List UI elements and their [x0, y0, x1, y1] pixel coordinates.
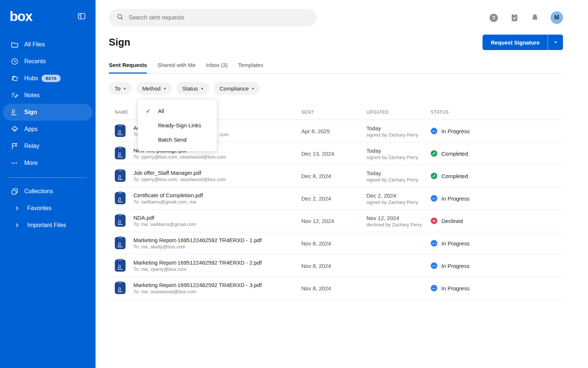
sidebar-item-label: Sign — [24, 109, 37, 116]
updated-detail: signed by Zachary Perry — [366, 155, 431, 160]
request-signature-button[interactable]: Request Signature — [483, 35, 548, 50]
request-signature-dropdown-button[interactable] — [548, 35, 563, 50]
sidebar-item-important-files[interactable]: Important Files — [3, 217, 93, 234]
table-row[interactable]: li Marketing Report-1695122462592 TR4ERX… — [109, 255, 563, 277]
tab-templates[interactable]: Templates — [238, 62, 263, 73]
tab-inbox[interactable]: Inbox (3) — [206, 62, 227, 73]
filter-label: Compliance — [220, 85, 249, 92]
svg-text:li: li — [118, 264, 121, 269]
table-row[interactable]: li NDA.pdf To: me, swilliams@gmail.com N… — [109, 210, 563, 232]
sidebar-item-all-files[interactable]: All Files — [3, 36, 93, 53]
svg-text:li: li — [118, 152, 121, 157]
avatar[interactable]: M — [551, 11, 563, 24]
status-icon — [431, 217, 437, 224]
table-row[interactable]: li Marketing Report-1695122462592 TR4ERX… — [109, 277, 563, 300]
collapse-sidebar-icon[interactable] — [77, 12, 86, 21]
sidebar-item-label: Notes — [24, 92, 40, 99]
svg-text:li: li — [118, 241, 121, 247]
status-icon — [431, 285, 437, 291]
filter-method[interactable]: Method ▾ — [136, 82, 172, 95]
sidebar-item-relay[interactable]: Relay — [3, 138, 93, 155]
recipients: To: zperry@box.com, oeastwood@box.com — [133, 154, 226, 160]
sidebar-item-label: More — [24, 160, 37, 166]
column-header-status: STATUS — [431, 110, 563, 115]
status-badge: Declined — [441, 218, 463, 224]
sidebar-divider — [9, 177, 87, 178]
filter-bar: To ▾ Method ▾ Status ▾ Compliance ▾ — [109, 82, 563, 95]
sidebar-item-label: Apps — [24, 126, 37, 132]
table-row[interactable]: li Job offer_Staff Manager.pdf To: zperr… — [109, 165, 563, 187]
file-name: NDA.pdf — [133, 214, 196, 222]
sidebar-item-sign[interactable]: li Sign — [3, 104, 93, 121]
sidebar-item-collections[interactable]: Collections — [3, 183, 93, 200]
search-input[interactable] — [129, 14, 309, 21]
sidebar-item-more[interactable]: More — [3, 155, 93, 171]
sidebar-nav: All Files Recents Hubs BETA — [0, 36, 96, 234]
sidebar-item-label: All Files — [24, 41, 45, 48]
tasks-clipboard-icon[interactable] — [510, 13, 519, 22]
file-name: Marketing Report-1695122462592 TR4ERXD -… — [133, 259, 262, 267]
sent-date: Dec 8, 2024 — [301, 173, 366, 179]
sidebar-item-recents[interactable]: Recents — [3, 53, 93, 70]
clock-icon — [10, 57, 19, 66]
chevron-down-icon: ▾ — [252, 86, 254, 91]
updated-date: Today — [366, 169, 431, 177]
sign-document-icon: li — [115, 146, 126, 161]
sign-document-icon: li — [115, 258, 126, 273]
filter-compliance[interactable]: Compliance ▾ — [214, 82, 260, 95]
updated-date: Nov 12, 2024 — [366, 214, 431, 222]
sidebar-item-hubs[interactable]: Hubs BETA — [3, 70, 93, 87]
more-icon — [10, 159, 19, 167]
menu-item-batch-send[interactable]: Batch Send — [138, 132, 217, 147]
help-icon[interactable]: ? — [489, 13, 499, 23]
sidebar-item-notes[interactable]: Notes — [3, 87, 93, 104]
menu-item-all[interactable]: ✓ All — [138, 104, 217, 118]
filter-status[interactable]: Status ▾ — [176, 82, 209, 95]
table-row[interactable]: li Certificate of Completion.pdf To: swi… — [109, 187, 563, 210]
svg-text:li: li — [118, 129, 121, 135]
sign-document-icon: li — [115, 169, 126, 184]
topbar: ? M — [109, 9, 563, 26]
folder-icon — [10, 40, 19, 49]
menu-item-ready-sign-links[interactable]: Ready-Sign Links — [138, 118, 217, 132]
column-header-sent: SENT — [301, 110, 366, 115]
sidebar-item-favorites[interactable]: Favorites — [3, 200, 93, 217]
tab-shared-with-me[interactable]: Shared with Me — [157, 62, 196, 73]
sign-document-icon: li — [115, 236, 126, 251]
file-name: Marketing Report-1695122462592 TR4ERXD -… — [133, 236, 262, 244]
svg-text:li: li — [11, 108, 15, 115]
sidebar-item-label: Collections — [24, 188, 53, 195]
status-icon — [431, 262, 437, 269]
tab-bar: Sent Requests Shared with Me Inbox (3) T… — [109, 62, 563, 74]
filter-to[interactable]: To ▾ — [109, 82, 132, 95]
sidebar-item-label: Relay — [24, 143, 39, 149]
svg-text:?: ? — [492, 15, 495, 21]
status-icon — [431, 240, 437, 247]
filter-label: Method — [142, 85, 161, 92]
notifications-bell-icon[interactable] — [530, 13, 539, 22]
sent-date: Dec 13, 2024 — [301, 151, 366, 157]
search-bar[interactable] — [109, 9, 317, 26]
sidebar-item-apps[interactable]: Apps — [3, 121, 93, 138]
status-icon — [431, 128, 437, 134]
apps-icon — [10, 125, 19, 134]
file-name: Certificate of Completion.pdf — [133, 191, 203, 199]
filter-label: To — [115, 85, 121, 92]
status-badge: In Progress — [441, 195, 470, 202]
svg-text:li: li — [118, 174, 121, 180]
hubs-icon — [10, 74, 19, 83]
svg-text:li: li — [118, 219, 121, 224]
file-name: Job offer_Staff Manager.pdf — [133, 169, 226, 177]
table-row[interactable]: li Marketing Report-1695122462592 TR4ERX… — [109, 232, 563, 255]
sent-date: Apr 8, 2025 — [301, 128, 366, 134]
status-badge: Completed — [441, 173, 468, 179]
box-logo[interactable]: box — [10, 10, 32, 23]
method-dropdown-menu: ✓ All Ready-Sign Links Batch Send — [138, 99, 217, 151]
updated-detail: signed by Zachary Perry — [366, 199, 431, 205]
request-signature-split-button: Request Signature — [483, 35, 563, 50]
updated-date: Today — [366, 147, 431, 155]
tab-sent-requests[interactable]: Sent Requests — [109, 62, 147, 73]
status-icon — [431, 173, 437, 179]
updated-detail: declined by Zachary Perry — [366, 222, 431, 227]
sent-date: Nov 8, 2024 — [301, 285, 366, 291]
